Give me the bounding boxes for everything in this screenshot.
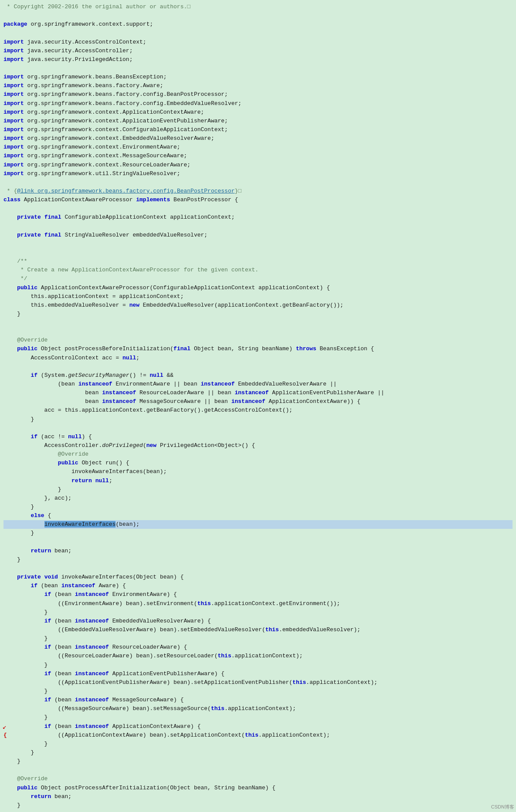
line-36: } xyxy=(3,310,513,318)
line-75: ((ResourceLoaderAware) bean).setResource… xyxy=(3,652,513,660)
line-47: acc = this.applicationContext.getBeanFac… xyxy=(3,406,513,415)
line-1: * Copyright 2002-2016 the original autho… xyxy=(3,3,513,11)
line-90: public Object postProcessAfterInitializa… xyxy=(3,784,513,792)
line-60-highlight: invokeAwareInterfaces(bean); xyxy=(3,520,513,529)
line-62 xyxy=(3,538,513,547)
line-5: import java.security.AccessControlContex… xyxy=(3,38,513,47)
line-32: */ xyxy=(3,274,513,283)
line-53: public Object run() { xyxy=(3,459,513,467)
watermark: CSDN博客 xyxy=(491,803,514,811)
line-48: } xyxy=(3,415,513,424)
line-12: import org.springframework.beans.factory… xyxy=(3,99,513,108)
line-28 xyxy=(3,240,513,248)
line-22: * {@link org.springframework.beans.facto… xyxy=(3,187,513,196)
line-9: import org.springframework.beans.BeansEx… xyxy=(3,73,513,81)
line-57: }, acc); xyxy=(3,494,513,503)
line-51: AccessController.doPrivileged(new Privil… xyxy=(3,441,513,450)
line-49 xyxy=(3,424,513,433)
line-83: if (bean instanceof ApplicationContextAw… xyxy=(3,722,513,731)
line-46: bean instanceof MessageSourceAware || be… xyxy=(3,397,513,406)
line-31: * Create a new ApplicationContextAwarePr… xyxy=(3,266,513,274)
line-87: } xyxy=(3,757,513,766)
line-82: } xyxy=(3,713,513,722)
line-43: if (System.getSecurityManager() != null … xyxy=(3,371,513,380)
line-11: import org.springframework.beans.factory… xyxy=(3,90,513,99)
line-16: import org.springframework.context.Embed… xyxy=(3,134,513,143)
line-37 xyxy=(3,318,513,327)
line-18: import org.springframework.context.Messa… xyxy=(3,152,513,160)
line-76: } xyxy=(3,661,513,670)
line-23: class ApplicationContextAwareProcessor i… xyxy=(3,196,513,204)
line-3: package org.springframework.context.supp… xyxy=(3,20,513,29)
line-2 xyxy=(3,11,513,20)
line-80: if (bean instanceof MessageSourceAware) … xyxy=(3,696,513,704)
line-59: else { xyxy=(3,511,513,520)
line-79: } xyxy=(3,687,513,696)
line-29 xyxy=(3,248,513,257)
line-38 xyxy=(3,327,513,336)
line-39: @Override xyxy=(3,336,513,345)
line-56: } xyxy=(3,485,513,494)
line-64: } xyxy=(3,555,513,564)
line-67: if (bean instanceof Aware) { xyxy=(3,582,513,590)
line-91: return bean; xyxy=(3,792,513,801)
line-68: if (bean instanceof EnvironmentAware) { xyxy=(3,590,513,599)
line-58: } xyxy=(3,503,513,511)
line-30: /** xyxy=(3,257,513,266)
line-84: ((ApplicationContextAware) bean).setAppl… xyxy=(3,731,513,740)
line-61: } xyxy=(3,529,513,538)
line-35: this.embeddedValueResolver = new Embedde… xyxy=(3,301,513,310)
line-17: import org.springframework.context.Envir… xyxy=(3,143,513,152)
line-20: import org.springframework.util.StringVa… xyxy=(3,169,513,178)
line-8 xyxy=(3,64,513,73)
line-85: } xyxy=(3,740,513,748)
line-69: ((EnvironmentAware) bean).setEnvironment… xyxy=(3,599,513,608)
line-89: @Override xyxy=(3,775,513,783)
line-6: import java.security.AccessController; xyxy=(3,47,513,55)
line-86: } xyxy=(3,748,513,757)
line-25: private final ConfigurableApplicationCon… xyxy=(3,213,513,222)
line-13: import org.springframework.context.Appli… xyxy=(3,108,513,117)
line-26 xyxy=(3,222,513,231)
line-33: public ApplicationContextAwareProcessor(… xyxy=(3,284,513,292)
line-50: if (acc != null) { xyxy=(3,433,513,441)
line-10: import org.springframework.beans.factory… xyxy=(3,81,513,90)
line-88 xyxy=(3,766,513,775)
line-55: return null; xyxy=(3,477,513,485)
line-65 xyxy=(3,564,513,573)
line-74: if (bean instanceof ResourceLoaderAware)… xyxy=(3,643,513,652)
line-70: } xyxy=(3,608,513,617)
line-52: @Override xyxy=(3,450,513,459)
line-14: import org.springframework.context.Appli… xyxy=(3,117,513,125)
line-34: this.applicationContext = applicationCon… xyxy=(3,292,513,301)
line-7: import java.security.PrivilegedAction; xyxy=(3,55,513,64)
line-40: public Object postProcessBeforeInitializ… xyxy=(3,345,513,353)
line-44: (bean instanceof EnvironmentAware || bea… xyxy=(3,380,513,389)
line-66: private void invokeAwareInterfaces(Objec… xyxy=(3,573,513,582)
line-27: private final StringValueResolver embedd… xyxy=(3,231,513,240)
line-63: return bean; xyxy=(3,547,513,555)
line-4 xyxy=(3,29,513,37)
line-71: if (bean instanceof EmbeddedValueResolve… xyxy=(3,617,513,626)
line-45: bean instanceof ResourceLoaderAware || b… xyxy=(3,389,513,397)
line-81: ((MessageSourceAware) bean).setMessageSo… xyxy=(3,704,513,713)
line-77: if (bean instanceof ApplicationEventPubl… xyxy=(3,670,513,678)
line-24 xyxy=(3,204,513,213)
line-92: } xyxy=(3,801,513,810)
line-73: } xyxy=(3,634,513,643)
line-42 xyxy=(3,362,513,371)
line-15: import org.springframework.context.Confi… xyxy=(3,125,513,134)
line-93 xyxy=(3,810,513,812)
line-41: AccessControlContext acc = null; xyxy=(3,354,513,362)
line-54: invokeAwareInterfaces(bean); xyxy=(3,467,513,476)
code-container: * Copyright 2002-2016 the original autho… xyxy=(0,2,516,812)
line-78: ((ApplicationEventPublisherAware) bean).… xyxy=(3,678,513,687)
line-19: import org.springframework.context.Resou… xyxy=(3,161,513,169)
line-21 xyxy=(3,178,513,187)
line-72: ((EmbeddedValueResolverAware) bean).setE… xyxy=(3,626,513,634)
